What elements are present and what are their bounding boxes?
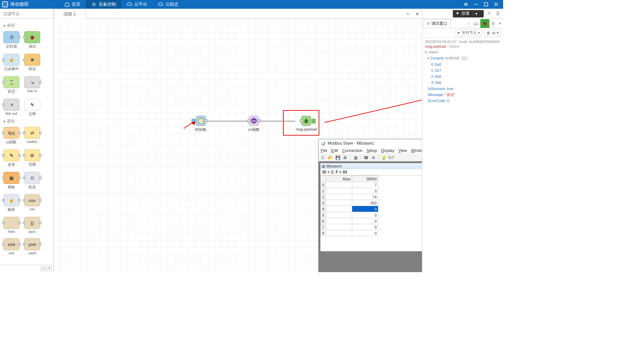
mb-row[interactable]: 10 [321, 188, 378, 194]
palette-node-trigger[interactable]: ☝触发 [3, 194, 19, 212]
category-logic[interactable]: ▾逻辑 [3, 118, 51, 124]
mb-row[interactable]: 07 [321, 182, 378, 188]
palette-node-html[interactable]: html [3, 217, 19, 234]
debug-timestamp: 2022/5/19 09:01:07 [425, 40, 457, 44]
tb-open-icon[interactable]: 📂 [327, 155, 333, 161]
tab-flow1[interactable]: 流程 1 [54, 9, 86, 19]
tab-info-icon[interactable]: i [466, 19, 471, 28]
palette-node-change[interactable]: ✎改变 [3, 149, 19, 167]
palette-node-json[interactable]: {}json [24, 217, 40, 234]
tab-menu-button[interactable]: ▾ [413, 9, 422, 18]
nav-cloud[interactable]: 云平台 [121, 0, 153, 9]
list-icon [427, 22, 430, 25]
filter-clear[interactable]: 🗑 all ▾ [484, 30, 501, 36]
nav-capture[interactable]: 采集控制 [86, 0, 121, 9]
mb-row[interactable]: 70 [321, 224, 378, 230]
filter-nodes[interactable]: ▼ 所有节点 ▾ [454, 30, 482, 36]
palette-search[interactable] [0, 9, 53, 19]
mbslave-grid[interactable]: Alias00000 071027435554050607080 [320, 175, 422, 251]
palette-node-yaml[interactable]: ymlyaml [24, 238, 40, 255]
mb-row[interactable]: 60 [321, 218, 378, 224]
mb-menu-connection[interactable]: Connection [342, 148, 363, 153]
clock-icon [198, 117, 204, 124]
nav-cloudview-label: 云组态 [165, 1, 178, 7]
palette-down-button[interactable]: ▼ [47, 266, 52, 271]
tb-new-icon[interactable]: 🗋 [320, 155, 326, 161]
close-icon[interactable] [491, 0, 501, 9]
mb-menu-setup[interactable]: Setup [367, 148, 377, 153]
hamburger-button[interactable]: ☰ [494, 10, 501, 17]
svg-text:C#: C# [252, 119, 256, 123]
mb-menu-edit[interactable]: Edit [331, 148, 338, 153]
tab-bug-icon[interactable]: 🐞 [480, 19, 489, 28]
nav-cloudview[interactable]: 云组态 [153, 0, 184, 9]
debug-toggle-icon[interactable] [312, 119, 316, 123]
debug-output[interactable]: 2022/5/19 09:01:07 node: 5c5060b52fefdbb… [422, 38, 503, 272]
col-alias[interactable]: Alias [326, 176, 352, 182]
palette-node-label: 注释 [29, 111, 36, 116]
modbus-title: Modbus Slave - Mbslave1 [328, 141, 374, 146]
palette-up-button[interactable]: ▲ [41, 266, 46, 271]
palette-node-linkin[interactable]: ↘link in [24, 76, 40, 94]
tb-info-icon[interactable]: 💡 [381, 155, 387, 161]
modbus-window[interactable]: 📊 Modbus Slave - Mbslave1 — ☐ ✕ File Edi… [318, 139, 422, 272]
mb-row[interactable]: 274 [321, 194, 378, 200]
mb-menu-window[interactable]: Window [411, 148, 422, 153]
tab-caret-icon[interactable]: ▾ [497, 19, 503, 28]
mbslave-title: Mbslave1 [326, 164, 342, 168]
palette-footer: ▲ ▼ [0, 265, 53, 272]
palette-search-input[interactable] [3, 11, 54, 16]
mb-row[interactable]: 40 [321, 206, 378, 212]
mbslave-titlebar[interactable]: ▥ Mbslave1 — ☐ ✕ [320, 163, 422, 169]
minimize-icon[interactable] [471, 0, 481, 9]
palette-node-template[interactable]: ▦模板 [3, 172, 19, 190]
palette-node-finish[interactable]: ☝完成事件 [3, 54, 19, 71]
mb-menu-view[interactable]: View [398, 148, 407, 153]
tab-gear-icon[interactable]: ⚙ [489, 19, 497, 28]
debug-tree[interactable]: ▾object ▾Content: buffer[4]raw 0: 0x0 1:… [425, 49, 500, 104]
tb-tile-icon[interactable]: ▦ [353, 155, 359, 161]
tb-setup-icon[interactable]: ⚙ [370, 155, 376, 161]
node-debug[interactable]: msg.payload [296, 116, 317, 131]
tab-debug[interactable]: 调试窗口 [424, 19, 450, 28]
palette-node-xml[interactable]: xmlxml [3, 238, 19, 255]
palette-node-error[interactable]: ✖错误 [24, 54, 40, 71]
maximize-icon[interactable] [481, 0, 491, 9]
mb-row[interactable]: 80 [321, 230, 378, 236]
col-reg[interactable]: 00000 [352, 176, 378, 182]
palette-node-range[interactable]: ⚙范围 [24, 149, 40, 167]
deploy-button[interactable]: 部署 ▾ [453, 10, 484, 17]
tb-save-icon[interactable]: 💾 [335, 155, 341, 161]
palette-node-comment[interactable]: ✎注释 [24, 99, 40, 116]
menu-icon[interactable] [461, 0, 471, 9]
flow-canvas[interactable]: 时间戳 C# c#函数 [54, 19, 422, 272]
palette-node-debug[interactable]: 🐞调试 [24, 31, 40, 49]
modbus-toolbar: 🗋 📂 💾 🖶 ▦ ☎ ⚙ 💡 ℕ? [319, 154, 422, 161]
node-csharp[interactable]: C# c#函数 [248, 116, 260, 132]
add-tab-button[interactable]: ＋ [403, 9, 413, 18]
node-inject[interactable]: 时间戳 [195, 116, 206, 132]
nav-home[interactable]: 首页 [59, 0, 86, 9]
mb-row[interactable]: 3555 [321, 200, 378, 206]
palette-node-switch[interactable]: ⇄switch [24, 127, 40, 145]
right-header: 部署 ▾ ? ☰ [422, 9, 503, 19]
tb-print-icon[interactable]: 🖶 [342, 155, 348, 161]
palette-node-jsfn[interactable]: f(x)js函数 [3, 127, 19, 145]
palette-node-csv[interactable]: csvcsv [24, 194, 40, 212]
mbslave-subwindow[interactable]: ▥ Mbslave1 — ☐ ✕ ID = 1: F = 03 Alias000… [320, 163, 422, 252]
tb-help-icon[interactable]: ℕ? [388, 155, 394, 161]
category-common[interactable]: ▾通用 [3, 23, 51, 29]
palette-node-delay[interactable]: ⏲延迟 [24, 172, 40, 190]
mb-menu-display[interactable]: Display [381, 148, 394, 153]
tb-connect-icon[interactable]: ☎ [363, 155, 369, 161]
tab-book-icon[interactable]: 📖 [471, 19, 480, 28]
help-button[interactable]: ? [486, 10, 492, 17]
palette-node-linkout[interactable]: ↗link out [3, 99, 19, 116]
mb-row[interactable]: 50 [321, 212, 378, 218]
palette-node-state[interactable]: ⌛状态 [3, 76, 19, 94]
modbus-titlebar[interactable]: 📊 Modbus Slave - Mbslave1 — ☐ ✕ [319, 139, 422, 147]
annotation-arrow-2 [325, 88, 422, 123]
palette-node-timer[interactable]: ⏱定时器 [3, 31, 19, 49]
flow-tabs: 流程 1 ＋ ▾ [54, 9, 422, 19]
mb-menu-file[interactable]: File [321, 148, 327, 153]
